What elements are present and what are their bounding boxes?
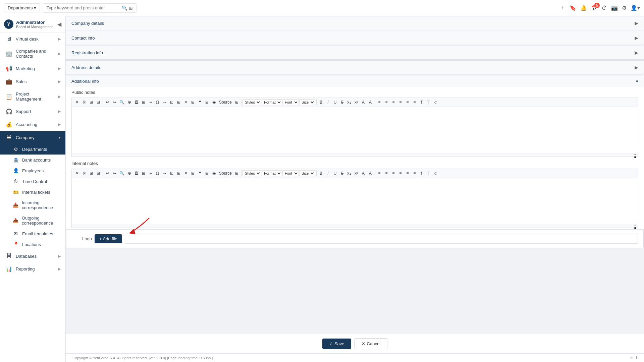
sidebar-item-marketing[interactable]: 📢 Marketing ▶ (0, 62, 65, 75)
toolbar-indent[interactable]: ⊞ (190, 170, 196, 176)
toolbar-outdent[interactable]: ⊤ (425, 99, 432, 105)
section-header-registration-info[interactable]: Registration info ▶ (66, 46, 644, 59)
sidebar-subitem-internal-tickets[interactable]: 🎫 Internal tickets (0, 187, 65, 197)
toolbar-align-right[interactable]: ≡ (404, 170, 411, 176)
settings-icon[interactable]: ⚙ (622, 5, 627, 11)
toolbar-img[interactable]: 🖼 (133, 170, 140, 176)
sidebar-item-company[interactable]: 🏛 Company ▾ (0, 131, 65, 144)
toolbar-omega[interactable]: Ω (154, 170, 161, 176)
toolbar-redo[interactable]: ↪ (111, 99, 118, 105)
toolbar-emoji[interactable]: ☺ (432, 170, 439, 176)
section-header-company-details[interactable]: Company details ▶ (66, 16, 644, 30)
toolbar-iframe[interactable]: ↔ (161, 170, 168, 176)
toolbar-source-icon[interactable]: ◉ (211, 170, 217, 176)
toolbar-font[interactable]: Font (282, 99, 299, 105)
toolbar-font[interactable]: Font (282, 170, 299, 176)
toolbar-italic[interactable]: I (325, 99, 331, 105)
toolbar-bold[interactable]: B (318, 170, 324, 176)
add-icon[interactable]: ＋ (560, 4, 566, 11)
toolbar-strike[interactable]: S (339, 99, 345, 105)
toolbar-blocks[interactable]: ⊞ (175, 99, 182, 105)
toolbar-styles[interactable]: Styles (243, 99, 261, 105)
toolbar-undo[interactable]: ↩ (104, 99, 111, 105)
toolbar-font-color[interactable]: A (360, 170, 367, 176)
toolbar-align-justify[interactable]: ≡ (411, 170, 418, 176)
sidebar-subitem-time-control[interactable]: ⏱ Time Control (0, 176, 65, 187)
sidebar-item-virtual-desk[interactable]: 🖥 Virtual desk ▶ (0, 33, 65, 45)
toolbar-bg-color[interactable]: A (367, 99, 374, 105)
sidebar-subitem-bank-accounts[interactable]: 🏦 Bank accounts (0, 155, 65, 165)
save-button[interactable]: ✓ Save (322, 339, 351, 349)
search-input[interactable] (46, 5, 120, 10)
toolbar-copy[interactable]: ⎘ (81, 99, 88, 105)
public-notes-resize[interactable]: ⣿ (72, 154, 638, 157)
toolbar-align-right[interactable]: ≡ (404, 99, 411, 105)
toolbar-size[interactable]: Size (299, 99, 315, 105)
toolbar-paste[interactable]: ⊞ (88, 170, 95, 176)
sidebar-item-reporting[interactable]: 📊 Reporting ▶ (0, 262, 65, 276)
toolbar-redo[interactable]: ↪ (111, 170, 118, 176)
toolbar-emoji[interactable]: ☺ (432, 99, 439, 105)
toolbar-indent[interactable]: ⊞ (190, 99, 196, 105)
toolbar-italic[interactable]: I (325, 170, 331, 176)
sidebar-item-project[interactable]: 📋 Project Management ▶ (0, 88, 65, 105)
toolbar-align-justify[interactable]: ≡ (411, 99, 418, 105)
toolbar-extra[interactable]: ⊞ (233, 170, 240, 176)
toolbar-code[interactable]: ⊞ (204, 99, 210, 105)
toolbar-maximize[interactable]: ⊡ (168, 170, 175, 176)
toolbar-copy[interactable]: ⎘ (81, 170, 88, 176)
cancel-button[interactable]: ✕ Cancel (355, 338, 387, 349)
toolbar-maximize[interactable]: ⊡ (168, 99, 175, 105)
sidebar-item-support[interactable]: 🎧 Support ▶ (0, 105, 65, 118)
toolbar-align[interactable]: ≡ (182, 170, 189, 176)
toolbar-sub[interactable]: x₂ (346, 170, 353, 176)
toolbar-styles[interactable]: Styles (243, 170, 261, 176)
internal-notes-body[interactable] (72, 178, 638, 225)
toolbar-paste[interactable]: ⊞ (88, 99, 95, 105)
bell-icon[interactable]: 🔔 (580, 5, 587, 11)
toolbar-hr[interactable]: ━ (147, 99, 154, 105)
toolbar-align[interactable]: ≡ (182, 99, 189, 105)
section-header-contact-info[interactable]: Contact info ▶ (66, 31, 644, 45)
toolbar-format[interactable]: Format (262, 99, 282, 105)
camera-icon[interactable]: 📷 (611, 5, 618, 11)
toolbar-ul[interactable]: ≡ (383, 170, 390, 176)
sidebar-subitem-incoming-corr[interactable]: 📥 Incoming correspondence (0, 197, 65, 213)
toolbar-bold[interactable]: B (318, 99, 324, 105)
toolbar-blockquote[interactable]: ❝ (197, 99, 203, 105)
toolbar-paste-text[interactable]: ⊟ (95, 99, 102, 105)
toolbar-blockquote[interactable]: ❝ (197, 170, 203, 176)
toolbar-source-label[interactable]: Source (218, 170, 233, 176)
add-file-button[interactable]: + Add file (95, 234, 122, 243)
toolbar-size[interactable]: Size (299, 170, 315, 176)
sidebar-subitem-employees[interactable]: 👤 Employees (0, 165, 65, 176)
user-menu-icon[interactable]: 👤▾ (631, 5, 640, 11)
toolbar-bg-color[interactable]: A (367, 170, 374, 176)
department-selector[interactable]: Departments ▾ (4, 3, 40, 12)
toolbar-img[interactable]: 🖼 (133, 99, 140, 105)
footer-icon-1[interactable]: ⊞ (630, 356, 633, 360)
toolbar-cut[interactable]: ✕ (74, 170, 80, 176)
toolbar-indent-btn[interactable]: ¶ (418, 170, 425, 176)
sidebar-subitem-email-templates[interactable]: ✉ Email templates (0, 228, 65, 239)
sidebar-subitem-departments[interactable]: ⚙ Departments (0, 144, 65, 155)
sidebar-item-accounting[interactable]: 💰 Accounting ▶ (0, 118, 65, 131)
footer-icon-2[interactable]: ℹ (636, 356, 637, 360)
toolbar-underline[interactable]: U (332, 99, 338, 105)
toolbar-table[interactable]: ⊞ (140, 99, 147, 105)
toolbar-special[interactable]: ⊕ (126, 99, 133, 105)
toolbar-format[interactable]: Format (262, 170, 282, 176)
toolbar-paste-text[interactable]: ⊟ (95, 170, 102, 176)
toolbar-undo[interactable]: ↩ (104, 170, 111, 176)
toolbar-sup[interactable]: x² (353, 99, 360, 105)
toolbar-align-center[interactable]: ≡ (397, 99, 404, 105)
toolbar-align-left[interactable]: ≡ (390, 170, 397, 176)
public-notes-body[interactable] (72, 107, 638, 154)
toolbar-hr[interactable]: ━ (147, 170, 154, 176)
toolbar-table[interactable]: ⊞ (140, 170, 147, 176)
sidebar-subitem-outgoing-corr[interactable]: 📤 Outgoing correspondence (0, 213, 65, 228)
toolbar-cut[interactable]: ✕ (74, 99, 80, 105)
toolbar-align-left[interactable]: ≡ (390, 99, 397, 105)
toolbar-extra[interactable]: ⊞ (233, 99, 240, 105)
grid-icon[interactable]: ⊞ (129, 5, 133, 11)
